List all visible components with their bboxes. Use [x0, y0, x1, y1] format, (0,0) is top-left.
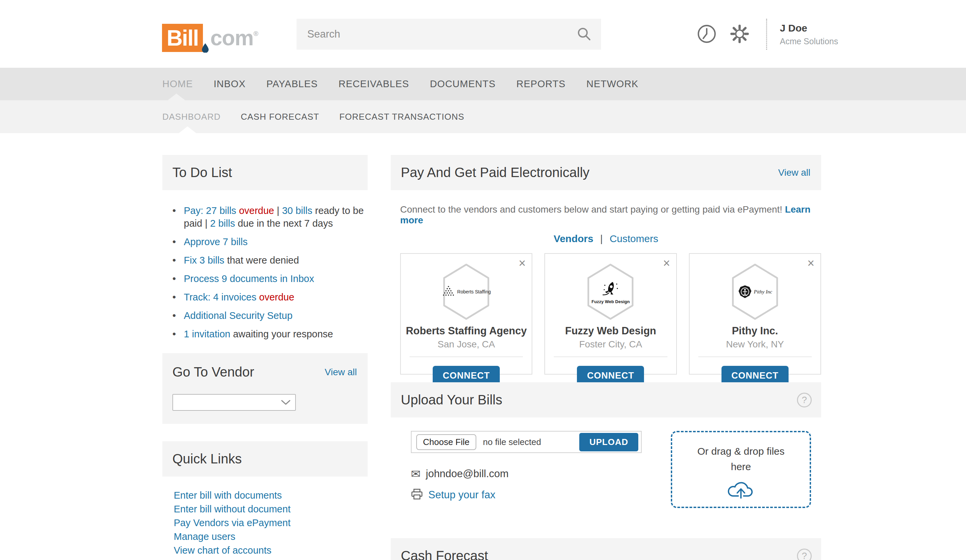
badge-figure-icon [738, 285, 752, 299]
subnav-tab-dashboard[interactable]: DASHBOARD [163, 112, 221, 122]
vendor-location: New York, NY [690, 339, 820, 350]
vendor-card-roberts-staffing: × [400, 253, 532, 374]
bill-logo-com-text: com® [210, 20, 258, 52]
quick-links-panel-header: Quick Links [163, 441, 368, 476]
fax-row: Setup your fax [411, 489, 495, 501]
fuzzy-web-design-logo: Fuzzy Web Design [585, 263, 636, 320]
upload-panel-header: Upload Your Bills ? [391, 382, 821, 417]
tab-vendors[interactable]: Vendors [554, 233, 593, 244]
nav-tab-payables[interactable]: PAYABLES [266, 79, 318, 90]
cash-forecast-title: Cash Forecast [401, 548, 488, 560]
vendor-view-all-link[interactable]: View all [325, 367, 357, 378]
pay-intro-text: Connect to the vendors and customers bel… [400, 204, 814, 226]
nav-tab-network[interactable]: NETWORK [586, 79, 638, 90]
vendor-name: Roberts Staffing Agency [401, 325, 532, 337]
primary-nav: HOME INBOX PAYABLES RECEIVABLES DOCUMENT… [0, 68, 966, 100]
todo-item: • Additional Security Setup [172, 309, 364, 322]
upload-title: Upload Your Bills [401, 392, 502, 407]
user-name: J Doe [780, 23, 838, 34]
bullet-icon: • [172, 328, 184, 340]
top-header: Bill com® [0, 0, 966, 68]
global-search [297, 19, 601, 49]
bill-logo-droplet-icon [202, 43, 209, 54]
help-icon[interactable]: ? [797, 549, 812, 560]
todo-item: • Approve 7 bills [172, 235, 364, 248]
drag-drop-text: Or drag & drop files here [691, 443, 791, 475]
drag-drop-zone[interactable]: Or drag & drop files here [671, 431, 811, 508]
bill-logo[interactable]: Bill com® [162, 20, 258, 52]
pay-tabs: Vendors | Customers [391, 233, 821, 245]
todo-link[interactable]: Fix 3 bills [184, 255, 224, 266]
subnav-tab-cash-forecast[interactable]: CASH FORECAST [241, 112, 319, 122]
close-icon[interactable]: × [663, 257, 670, 269]
vendor-card-fuzzy-web-design: × [544, 253, 677, 374]
pithy-inc-logo: Pithy Inc [730, 263, 780, 320]
pay-panel-body: Connect to the vendors and customers bel… [391, 190, 821, 374]
todo-link[interactable]: 2 bills [210, 218, 235, 229]
bill-dashboard-page: Bill com® [0, 0, 966, 560]
pay-view-all-link[interactable]: View all [778, 168, 810, 178]
quick-link-manage-users[interactable]: Manage users [174, 530, 368, 544]
todo-list: • Pay: 27 bills overdue | 30 bills ready… [163, 190, 368, 346]
quick-link-pay-vendors[interactable]: Pay Vendors via ePayment [174, 516, 368, 530]
nav-tab-home[interactable]: HOME [163, 79, 193, 90]
bullet-icon: • [172, 204, 184, 230]
subnav-tab-forecast-transactions[interactable]: FORECAST TRANSACTIONS [340, 112, 465, 122]
settings-button[interactable] [729, 23, 750, 45]
quick-link-chart-of-accounts[interactable]: View chart of accounts [174, 544, 368, 557]
rocket-icon [601, 280, 620, 299]
go-to-vendor-panel: Go To Vendor View all [163, 353, 368, 424]
help-icon[interactable]: ? [797, 392, 812, 407]
search-button[interactable] [576, 26, 601, 43]
clock-icon [697, 24, 716, 44]
bullet-icon: • [172, 235, 184, 248]
todo-text: | [274, 205, 282, 216]
nav-tab-reports[interactable]: REPORTS [517, 79, 566, 90]
todo-link[interactable]: 1 invitation [184, 328, 230, 339]
tab-customers[interactable]: Customers [610, 233, 658, 244]
vendor-location: San Jose, CA [401, 339, 532, 350]
todo-link[interactable]: Process 9 documents in Inbox [184, 273, 314, 284]
todo-item: • Fix 3 bills that were denied [172, 254, 364, 267]
user-menu[interactable]: J Doe Acme Solutions [780, 23, 838, 46]
upload-panel-body: Choose File no file selected UPLOAD ✉ jo… [391, 417, 821, 538]
quick-link-enter-bill-without-document[interactable]: Enter bill without document [174, 503, 368, 516]
todo-link[interactable]: Pay: 27 bills [184, 205, 239, 216]
card-divider [698, 356, 812, 357]
setup-fax-link[interactable]: Setup your fax [428, 489, 495, 501]
todo-link[interactable]: Approve 7 bills [184, 236, 248, 247]
choose-file-button[interactable]: Choose File [416, 434, 476, 450]
close-icon[interactable]: × [519, 257, 526, 269]
todo-link[interactable]: 30 bills [282, 205, 312, 216]
nav-tab-documents[interactable]: DOCUMENTS [430, 79, 496, 90]
upload-button[interactable]: UPLOAD [579, 433, 638, 452]
dotted-tree-icon [442, 285, 455, 299]
nav-tab-receivables[interactable]: RECEIVABLES [338, 79, 409, 90]
vendor-select[interactable] [172, 394, 296, 411]
close-icon[interactable]: × [807, 257, 814, 269]
quick-link-enter-bill-with-documents[interactable]: Enter bill with documents [174, 489, 368, 503]
file-upload-bar: Choose File no file selected UPLOAD [411, 431, 642, 453]
user-company: Acme Solutions [780, 36, 838, 46]
todo-link[interactable]: Additional Security Setup [184, 310, 292, 321]
bill-email-row: ✉ johndoe@bill.com [411, 467, 508, 481]
header-actions: J Doe Acme Solutions [697, 19, 838, 49]
todo-overdue-text[interactable]: overdue [259, 292, 294, 302]
file-status-text: no file selected [483, 437, 541, 447]
todo-text: due in the next 7 days [235, 218, 333, 229]
todo-link[interactable]: Track: 4 invoices [184, 292, 259, 302]
todo-item: • 1 invitation awaiting your response [172, 328, 364, 340]
card-divider [409, 356, 523, 357]
tab-separator: | [600, 233, 603, 244]
recent-activity-button[interactable] [697, 24, 716, 44]
vendor-location: Foster City, CA [545, 339, 676, 350]
todo-overdue-text[interactable]: overdue [239, 205, 274, 216]
todo-item: • Pay: 27 bills overdue | 30 bills ready… [172, 204, 364, 230]
todo-item: • Process 9 documents in Inbox [172, 272, 364, 285]
bill-email-address: johndoe@bill.com [426, 468, 509, 480]
todo-panel-header: To Do List [163, 155, 368, 190]
search-input[interactable] [297, 28, 576, 40]
bill-logo-text: Bill [167, 25, 199, 51]
nav-tab-inbox[interactable]: INBOX [214, 79, 245, 90]
quick-links-list: Enter bill with documents Enter bill wit… [163, 476, 368, 557]
